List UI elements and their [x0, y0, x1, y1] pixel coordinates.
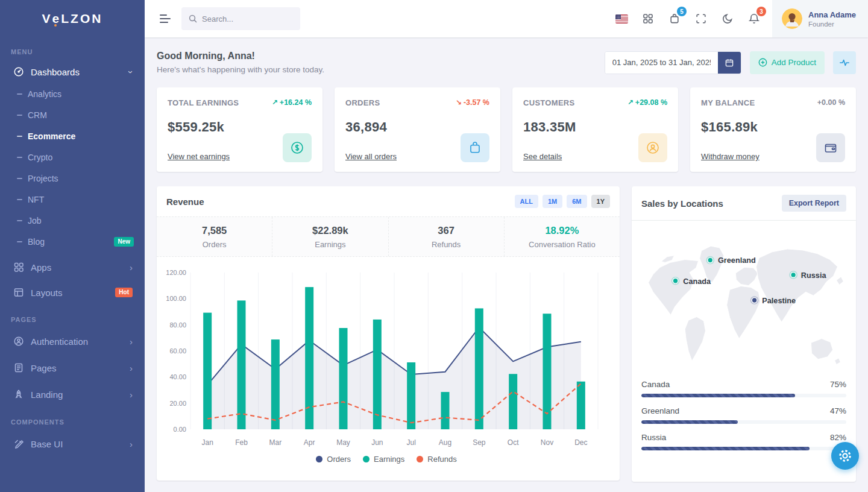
dash-bullet-icon: [17, 157, 22, 158]
locations-title: Sales by Locations: [641, 198, 723, 209]
new-badge: New: [114, 237, 134, 247]
apps-grid-icon: [13, 262, 24, 273]
sidebar-item-label: Base UI: [31, 439, 123, 449]
sidebar-item-blog[interactable]: Blog New: [0, 231, 145, 252]
app-root: VeLZON MENU Dashboards › Analytics CRM E…: [0, 0, 868, 492]
calendar-button[interactable]: [718, 52, 741, 74]
search-box: [181, 7, 300, 30]
settings-fab-button[interactable]: [831, 442, 859, 470]
dash-bullet-icon: [17, 199, 22, 200]
stat-value: $22.89k: [272, 225, 388, 236]
stat-value: 18.92%: [505, 225, 620, 236]
filter-1m-button[interactable]: 1M: [542, 195, 562, 208]
legend-dot-icon: [363, 456, 370, 462]
sidebar-item-authentication[interactable]: Authentication ›: [0, 328, 145, 355]
cart-button[interactable]: 5: [661, 5, 688, 32]
rocket-icon: [13, 389, 24, 400]
sidebar-item-job[interactable]: Job: [0, 210, 145, 231]
delta-value: +16.24 %: [280, 98, 312, 107]
revenue-stat-orders: 7,585 Orders: [157, 217, 272, 256]
dark-mode-button[interactable]: [714, 5, 741, 32]
fullscreen-button[interactable]: [688, 5, 714, 32]
legend-earnings[interactable]: Earnings: [363, 455, 404, 464]
page-header: Good Morning, Anna! Here's what's happen…: [157, 51, 856, 74]
locations-list: Canada 75% Greenland 47%: [632, 376, 856, 450]
map-label-canada: Canada: [683, 277, 711, 286]
withdraw-money-link[interactable]: Withdraw money: [701, 152, 760, 161]
sidebar-item-nft[interactable]: NFT: [0, 189, 145, 210]
us-flag-icon: [615, 14, 628, 24]
svg-text:Dec: Dec: [574, 438, 587, 447]
view-all-orders-link[interactable]: View all orders: [345, 152, 397, 161]
sidebar-item-base-ui[interactable]: Base UI ›: [0, 430, 145, 457]
svg-text:Apr: Apr: [304, 438, 315, 447]
chevron-right-icon: ›: [130, 336, 133, 347]
sidebar: VeLZON MENU Dashboards › Analytics CRM E…: [0, 0, 145, 492]
sub-label: Ecommerce: [28, 131, 75, 141]
sidebar-item-projects[interactable]: Projects: [0, 168, 145, 189]
date-range-picker: [605, 51, 741, 74]
stat-value: 367: [389, 225, 504, 236]
trend-up-icon: [272, 98, 278, 107]
legend-dot-icon: [417, 456, 423, 462]
sidebar-item-dashboards[interactable]: Dashboards ›: [0, 60, 145, 83]
export-report-button[interactable]: Export Report: [782, 195, 846, 212]
legend-orders[interactable]: Orders: [316, 455, 351, 464]
sidebar-item-analytics[interactable]: Analytics: [0, 83, 145, 104]
delta-value: +0.00 %: [817, 98, 845, 107]
hamburger-menu-icon[interactable]: [160, 14, 171, 23]
map-label-greenland: Greenland: [718, 256, 756, 265]
sidebar-item-pages[interactable]: Pages ›: [0, 355, 145, 381]
view-net-earnings-link[interactable]: View net earnings: [168, 152, 230, 161]
sidebar-item-label: Apps: [31, 262, 123, 273]
avatar: [782, 8, 802, 29]
add-product-button[interactable]: Add Product: [750, 51, 825, 74]
sidebar-heading-pages: PAGES: [0, 305, 145, 328]
filter-all-button[interactable]: ALL: [515, 195, 538, 208]
sidebar-item-apps[interactable]: Apps ›: [0, 254, 145, 280]
sidebar-item-crypto[interactable]: Crypto: [0, 147, 145, 168]
user-name: Anna Adame: [808, 10, 856, 19]
revenue-stat-refunds: 367 Refunds: [389, 217, 505, 256]
progress-track: [641, 394, 846, 397]
filter-6m-button[interactable]: 6M: [567, 195, 587, 208]
sidebar-item-landing[interactable]: Landing ›: [0, 381, 145, 408]
stat-label: Earnings: [272, 240, 388, 249]
apps-grid-button[interactable]: [635, 5, 661, 32]
world-map: Greenland Canada Russia Palestine: [632, 221, 856, 376]
filter-1y-button[interactable]: 1Y: [591, 195, 610, 208]
progress-fill: [641, 394, 795, 397]
legend-refunds[interactable]: Refunds: [417, 455, 456, 464]
svg-text:Nov: Nov: [541, 438, 553, 447]
progress-fill: [641, 420, 738, 424]
sidebar-item-ecommerce[interactable]: Ecommerce: [0, 125, 145, 147]
main-content: Good Morning, Anna! Here's what's happen…: [145, 37, 868, 492]
see-details-link[interactable]: See details: [523, 152, 562, 161]
svg-text:Sep: Sep: [473, 438, 486, 447]
sub-label: Job: [28, 216, 42, 226]
gear-icon: [838, 449, 852, 463]
notifications-button[interactable]: 3: [741, 5, 767, 32]
date-range-input[interactable]: [605, 52, 718, 74]
revenue-stats-row: 7,585 Orders $22.89k Earnings 367 Refund…: [157, 216, 620, 257]
search-input[interactable]: [181, 7, 300, 30]
stat-card-my-balance: MY BALANCE +0.00 % $165.89k Withdraw mon…: [690, 87, 856, 172]
svg-text:Oct: Oct: [508, 438, 519, 447]
sidebar-item-label: Pages: [31, 363, 123, 373]
chevron-right-icon: ›: [130, 390, 133, 400]
svg-text:Jul: Jul: [406, 438, 415, 447]
language-flag-button[interactable]: [608, 5, 635, 32]
user-profile-menu[interactable]: Anna Adame Founder: [772, 0, 868, 37]
revenue-chart: 0.0020.0040.0060.0080.00100.00120.00JanF…: [157, 257, 620, 464]
activity-button[interactable]: [833, 51, 856, 74]
dash-bullet-icon: [17, 115, 22, 116]
revenue-panel: Revenue ALL 1M 6M 1Y 7,585 Orders $22.89…: [157, 186, 620, 481]
delta-value: -3.57 %: [464, 98, 489, 107]
sidebar-item-crm[interactable]: CRM: [0, 104, 145, 125]
brand-logo[interactable]: VeLZON: [0, 0, 145, 37]
svg-text:Jan: Jan: [201, 438, 213, 447]
sidebar-item-label: Landing: [31, 390, 123, 400]
sub-label: Crypto: [28, 153, 52, 162]
sidebar-item-layouts[interactable]: Layouts Hot: [0, 280, 145, 305]
revenue-filters: ALL 1M 6M 1Y: [515, 195, 610, 208]
